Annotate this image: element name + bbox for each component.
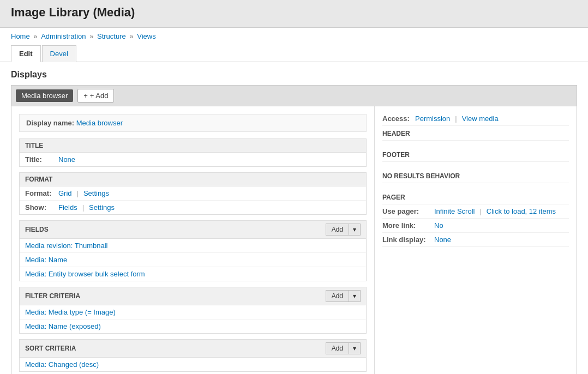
field-link-name[interactable]: Media: Name bbox=[25, 256, 67, 264]
page-title: Image Library (Media) bbox=[11, 5, 577, 20]
chevron-down-icon: ▾ bbox=[353, 226, 356, 233]
title-section-body: Title: None bbox=[20, 153, 366, 166]
fields-section-header: FIELDS Add ▾ bbox=[20, 221, 366, 239]
chevron-down-icon-sort: ▾ bbox=[353, 345, 356, 352]
header-section: HEADER bbox=[382, 126, 569, 141]
use-pager-infinite-scroll-link[interactable]: Infinite Scroll bbox=[434, 207, 475, 215]
more-link-label: More link: bbox=[382, 221, 431, 230]
sort-add-group: Add ▾ bbox=[326, 342, 361, 354]
title-section-header: TITLE bbox=[20, 139, 366, 153]
breadcrumb-home[interactable]: Home bbox=[11, 32, 30, 40]
footer-section-label: FOOTER bbox=[382, 147, 569, 162]
access-separator: | bbox=[455, 114, 457, 123]
field-item-thumbnail: Media revision: Thumbnail bbox=[20, 239, 366, 253]
sort-add-button[interactable]: Add bbox=[326, 342, 349, 354]
filter-criteria-body: Media: Media type (= Image) Media: Name … bbox=[20, 305, 366, 333]
right-panel: Access: Permission | View media HEADER F… bbox=[375, 106, 577, 374]
field-item-bulk: Media: Entity browser bulk select form bbox=[20, 267, 366, 281]
link-display-value[interactable]: None bbox=[434, 236, 451, 244]
add-display-label: + Add bbox=[90, 92, 109, 100]
format-section-header: FORMAT bbox=[20, 173, 366, 186]
filter-link-name[interactable]: Media: Name (exposed) bbox=[25, 322, 101, 330]
sort-criteria-section: SORT CRITERIA Add ▾ Media: Changed (desc… bbox=[19, 339, 367, 372]
show-row: Show: Fields | Settings bbox=[20, 201, 366, 214]
filter-add-group: Add ▾ bbox=[326, 290, 361, 302]
sort-item-changed: Media: Changed (desc) bbox=[20, 358, 366, 371]
pager-section: PAGER Use pager: Infinite Scroll | Click… bbox=[382, 190, 569, 247]
breadcrumb-views[interactable]: Views bbox=[137, 32, 155, 40]
pager-more-link-row: More link: No bbox=[382, 219, 569, 233]
filter-add-button[interactable]: Add bbox=[326, 290, 349, 302]
format-section-body: Format: Grid | Settings Show: Fields | S… bbox=[20, 186, 366, 214]
use-pager-label: Use pager: bbox=[382, 207, 431, 215]
breadcrumb: Home » Administration » Structure » View… bbox=[0, 28, 588, 45]
no-results-label: NO RESULTS BEHAVIOR bbox=[382, 168, 569, 183]
sort-add-arrow[interactable]: ▾ bbox=[349, 342, 361, 354]
format-value[interactable]: Grid bbox=[58, 189, 72, 197]
filter-item-name: Media: Name (exposed) bbox=[20, 319, 366, 333]
filter-criteria-header: FILTER CRITERIA Add ▾ bbox=[20, 287, 366, 305]
access-row: Access: Permission | View media bbox=[382, 112, 569, 126]
footer-section: FOOTER bbox=[382, 147, 569, 162]
chevron-down-icon-filter: ▾ bbox=[353, 292, 356, 300]
fields-add-button[interactable]: Add bbox=[326, 224, 349, 236]
filter-add-arrow[interactable]: ▾ bbox=[349, 290, 361, 302]
breadcrumb-structure[interactable]: Structure bbox=[97, 32, 126, 40]
fields-section: FIELDS Add ▾ Media revision: Thumbnail M… bbox=[19, 220, 367, 281]
fields-add-arrow[interactable]: ▾ bbox=[349, 224, 361, 236]
header-section-label: HEADER bbox=[382, 126, 569, 141]
tabs-container: Edit Devel bbox=[0, 45, 588, 62]
field-item-name: Media: Name bbox=[20, 253, 366, 267]
title-section: TITLE Title: None bbox=[19, 138, 367, 167]
view-body: Display name: Media browser TITLE Title:… bbox=[11, 106, 577, 374]
field-link-thumbnail[interactable]: Media revision: Thumbnail bbox=[25, 242, 108, 250]
show-value[interactable]: Fields bbox=[58, 203, 77, 212]
media-browser-button[interactable]: Media browser bbox=[16, 89, 73, 102]
use-pager-click-to-load-link[interactable]: Click to load, 12 items bbox=[487, 207, 556, 215]
pager-use-pager-row: Use pager: Infinite Scroll | Click to lo… bbox=[382, 204, 569, 219]
pager-link-display-row: Link display: None bbox=[382, 233, 569, 247]
displays-bar: Media browser + + Add bbox=[11, 85, 577, 106]
fields-section-body: Media revision: Thumbnail Media: Name Me… bbox=[20, 239, 366, 281]
more-link-value[interactable]: No bbox=[434, 221, 443, 230]
display-name-row: Display name: Media browser bbox=[19, 114, 367, 132]
main-content: Displays Media browser + + Add Display n… bbox=[0, 62, 588, 374]
format-section: FORMAT Format: Grid | Settings Show: Fie… bbox=[19, 172, 367, 215]
add-display-button[interactable]: + + Add bbox=[77, 89, 114, 102]
filter-item-type: Media: Media type (= Image) bbox=[20, 305, 366, 319]
show-label: Show: bbox=[25, 203, 55, 212]
page-header: Image Library (Media) bbox=[0, 0, 588, 28]
tab-edit[interactable]: Edit bbox=[11, 45, 41, 62]
title-label: Title: bbox=[25, 155, 55, 164]
link-display-label: Link display: bbox=[382, 236, 431, 244]
format-settings-link[interactable]: Settings bbox=[83, 189, 109, 197]
show-settings-link[interactable]: Settings bbox=[89, 203, 115, 212]
field-link-bulk[interactable]: Media: Entity browser bulk select form bbox=[25, 270, 145, 278]
sort-criteria-header: SORT CRITERIA Add ▾ bbox=[20, 340, 366, 358]
left-panel: Display name: Media browser TITLE Title:… bbox=[11, 106, 375, 374]
filter-criteria-label: FILTER CRITERIA bbox=[25, 292, 80, 300]
access-label: Access: bbox=[382, 114, 412, 123]
plus-icon: + bbox=[83, 92, 88, 100]
filter-link-type[interactable]: Media: Media type (= Image) bbox=[25, 308, 116, 316]
fields-section-label: FIELDS bbox=[25, 226, 49, 233]
displays-label: Displays bbox=[11, 70, 577, 80]
access-permission-link[interactable]: Permission bbox=[415, 114, 450, 123]
format-label: Format: bbox=[25, 189, 55, 197]
sort-criteria-body: Media: Changed (desc) bbox=[20, 358, 366, 371]
filter-criteria-section: FILTER CRITERIA Add ▾ Media: Media type … bbox=[19, 287, 367, 334]
title-value[interactable]: None bbox=[58, 155, 75, 164]
display-name-label: Display name: bbox=[26, 119, 74, 127]
title-row: Title: None bbox=[20, 153, 366, 166]
tab-devel[interactable]: Devel bbox=[42, 45, 76, 62]
no-results-section: NO RESULTS BEHAVIOR bbox=[382, 168, 569, 183]
pager-section-label: PAGER bbox=[382, 190, 569, 204]
fields-add-group: Add ▾ bbox=[326, 224, 361, 236]
sort-criteria-label: SORT CRITERIA bbox=[25, 345, 76, 352]
access-view-media-link[interactable]: View media bbox=[462, 114, 499, 123]
format-row: Format: Grid | Settings bbox=[20, 186, 366, 201]
display-name-value[interactable]: Media browser bbox=[76, 119, 123, 127]
sort-link-changed[interactable]: Media: Changed (desc) bbox=[25, 360, 99, 369]
breadcrumb-administration[interactable]: Administration bbox=[41, 32, 86, 40]
